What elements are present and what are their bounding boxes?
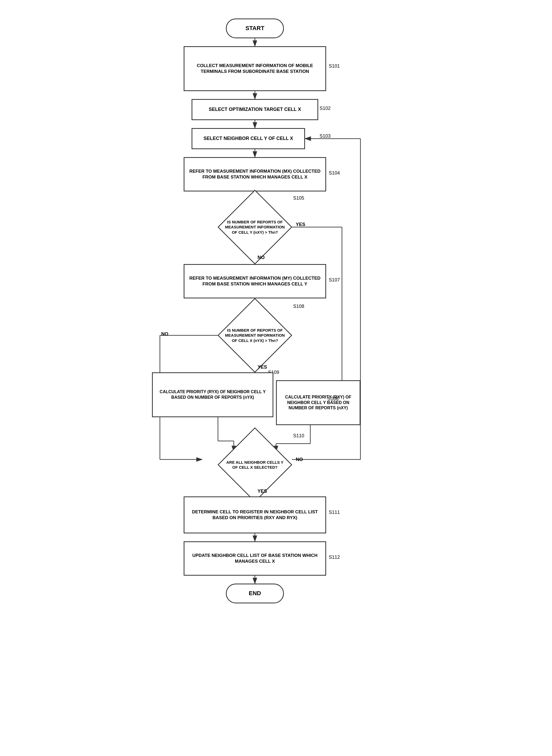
- s106-node: CALCULATE PRIORITY (RXY) OF NEIGHBOR CEL…: [276, 380, 361, 425]
- s104-node: REFER TO MEASUREMENT INFORMATION (MX) CO…: [184, 157, 326, 192]
- s107-label: S107: [329, 277, 340, 283]
- s103-label: S103: [319, 133, 330, 139]
- s110-no-label: NO: [296, 457, 303, 462]
- s108-yes-label: YES: [258, 364, 267, 370]
- s105-no-label: NO: [258, 255, 265, 260]
- s106-label: S106: [327, 396, 338, 402]
- flow-container: START COLLECT MEASUREMENT INFORMATION OF…: [144, 11, 408, 737]
- s105-yes-label: YES: [296, 222, 305, 227]
- s105-text: IS NUMBER OF REPORTS OF MEASUREMENT INFO…: [218, 201, 292, 253]
- s108-label: S108: [293, 304, 304, 309]
- s112-node: UPDATE NEIGHBOR CELL LIST OF BASE STATIO…: [184, 541, 326, 576]
- s101-node: COLLECT MEASUREMENT INFORMATION OF MOBIL…: [184, 46, 326, 91]
- s110-yes-label: YES: [258, 489, 267, 494]
- s109-node: CALCULATE PRIORITY (RYX) OF NEIGHBOR CEL…: [152, 372, 273, 417]
- s111-node: DETERMINE CELL TO REGISTER IN NEIGHBOR C…: [184, 497, 326, 533]
- s107-node: REFER TO MEASUREMENT INFORMATION (MY) CO…: [184, 264, 326, 298]
- s104-label: S104: [329, 170, 340, 176]
- s105-label: S105: [293, 195, 304, 201]
- s101-label: S101: [329, 64, 340, 69]
- s110-diamond-container: ARE ALL NEIGHBOR CELLS Y OF CELL X SELEC…: [218, 438, 292, 491]
- start-node: START: [226, 18, 284, 38]
- s105-diamond-container: IS NUMBER OF REPORTS OF MEASUREMENT INFO…: [218, 201, 292, 253]
- s102-label: S102: [319, 106, 330, 111]
- s111-label: S111: [329, 510, 340, 515]
- flowchart-diagram: START COLLECT MEASUREMENT INFORMATION OF…: [144, 11, 408, 737]
- s108-no-label: NO: [161, 331, 168, 337]
- s108-diamond-container: IS NUMBER OF REPORTS OF MEASUREMENT INFO…: [218, 309, 292, 362]
- s110-text: ARE ALL NEIGHBOR CELLS Y OF CELL X SELEC…: [218, 438, 292, 491]
- end-node: END: [226, 583, 284, 604]
- s103-node: SELECT NEIGHBOR CELL Y OF CELL X: [191, 128, 305, 149]
- s112-label: S112: [329, 554, 340, 560]
- s102-node: SELECT OPTIMIZATION TARGET CELL X: [191, 99, 318, 120]
- s110-label: S110: [293, 433, 304, 439]
- s108-text: IS NUMBER OF REPORTS OF MEASUREMENT INFO…: [218, 309, 292, 362]
